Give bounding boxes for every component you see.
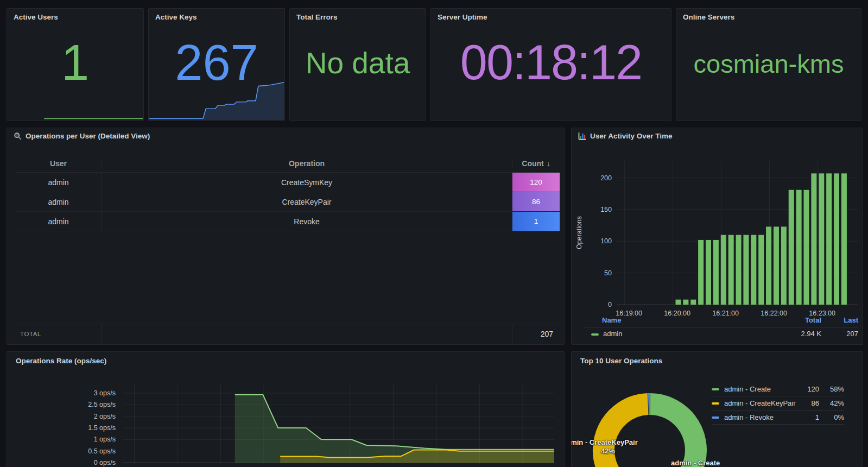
count-gradient-cell: 120 <box>512 173 560 192</box>
table-row: adminCreateKeyPair86 <box>16 192 560 212</box>
cell-operation: CreateSymKey <box>102 173 512 192</box>
panel-title-text: Operations per User (Detailed View) <box>26 132 150 140</box>
legend-header-name[interactable]: Name <box>602 316 621 324</box>
total-spacer <box>102 324 512 344</box>
svg-text:16:21:00: 16:21:00 <box>712 310 739 317</box>
panel-top-user-operations: Top 10 User Operations admin - CreateKey… <box>571 351 863 467</box>
svg-text:3 ops/s: 3 ops/s <box>94 389 116 397</box>
stat-value: 1 <box>7 37 143 87</box>
svg-text:16:22:00: 16:22:00 <box>761 310 787 317</box>
legend-series-value: 86 <box>797 399 819 407</box>
grafana-dashboard: Active Users1Active Keys267Total ErrorsN… <box>0 0 868 467</box>
legend-series-value: 1 <box>797 413 819 421</box>
top-operations-donut-chart <box>589 389 711 467</box>
total-label: TOTAL <box>16 324 102 344</box>
panel-title-text: Top 10 User Operations <box>580 357 662 365</box>
operations-table: User Operation Count ↓ adminCreateSymKey… <box>16 154 560 231</box>
svg-text:200: 200 <box>600 174 612 182</box>
donut-label-create: admin - Create <box>671 459 720 467</box>
table-total-row: TOTAL 207 <box>16 324 560 344</box>
count-gradient-cell: 86 <box>512 192 560 211</box>
svg-text:0 ops/s: 0 ops/s <box>94 459 116 466</box>
stat-panel-active-users: Active Users1 <box>7 8 144 121</box>
cell-user: admin <box>16 192 102 211</box>
cell-operation: Revoke <box>102 212 512 231</box>
cell-count: 120 <box>512 173 560 192</box>
legend-series-swatch <box>712 388 719 390</box>
stat-title[interactable]: Online Servers <box>683 13 734 21</box>
stat-panel-active-keys: Active Keys267 <box>148 8 285 121</box>
svg-text:1 ops/s: 1 ops/s <box>94 436 116 443</box>
legend-series-swatch <box>712 402 719 405</box>
legend-header-total[interactable]: Total <box>805 316 821 324</box>
count-gradient-cell: 1 <box>512 212 560 231</box>
legend-series-name[interactable]: admin - CreateKeyPair <box>724 399 797 407</box>
stat-row: Active Users1Active Keys267Total ErrorsN… <box>7 8 861 121</box>
donut-legend-row: admin - Revoke10% <box>712 411 844 425</box>
panel-title-text: User Activity Over Time <box>590 132 673 140</box>
stat-value: No data <box>290 48 426 78</box>
table-row: adminCreateSymKey120 <box>16 173 560 192</box>
svg-text:0.5 ops/s: 0.5 ops/s <box>88 447 116 455</box>
stat-title[interactable]: Server Uptime <box>438 13 487 21</box>
cell-count: 86 <box>512 192 560 211</box>
legend-series-percent: 58% <box>819 385 844 393</box>
svg-text:50: 50 <box>604 269 612 277</box>
stat-title[interactable]: Total Errors <box>296 13 338 21</box>
column-header-user[interactable]: User <box>16 159 102 168</box>
legend-series-total: 2.94 K <box>801 330 821 338</box>
panel-user-activity-header[interactable]: User Activity Over Time <box>578 132 673 140</box>
stat-panel-server-uptime: Server Uptime00:18:12 <box>430 8 671 121</box>
donut-legend: admin - Create12058%admin - CreateKeyPai… <box>712 382 844 425</box>
stat-value: 00:18:12 <box>431 38 671 87</box>
donut-label-createkeypair-pct: 42% <box>601 447 615 455</box>
panel-operations-per-user: Operations per User (Detailed View) User… <box>7 128 565 345</box>
stat-panel-online-servers: Online Serverscosmian-kms <box>676 8 861 121</box>
count-header-label: Count <box>522 159 543 168</box>
stat-panel-total-errors: Total ErrorsNo data <box>289 8 426 121</box>
cell-user: admin <box>16 212 102 231</box>
legend-series-percent: 42% <box>819 399 844 407</box>
svg-text:1.5 ops/s: 1.5 ops/s <box>88 424 116 432</box>
operations-rate-line-chart: 3 ops/s2.5 ops/s2 ops/s1.5 ops/s1 ops/s0… <box>7 352 564 467</box>
legend-series-name[interactable]: admin <box>603 330 622 338</box>
stat-sparkline <box>8 82 143 120</box>
column-header-operation[interactable]: Operation <box>102 159 512 168</box>
svg-text:100: 100 <box>600 237 612 245</box>
legend-series-last: 207 <box>846 330 858 338</box>
svg-text:Operations: Operations <box>575 216 583 249</box>
user-activity-bar-chart: 05010015020016:19:0016:20:0016:21:0016:2… <box>572 128 863 324</box>
legend-series-swatch <box>712 416 719 419</box>
svg-text:16:20:00: 16:20:00 <box>664 310 690 317</box>
stat-title[interactable]: Active Keys <box>155 13 197 21</box>
svg-text:2.5 ops/s: 2.5 ops/s <box>88 401 116 408</box>
donut-legend-row: admin - CreateKeyPair8642% <box>712 396 844 411</box>
donut-label-createkeypair: admin - CreateKeyPair <box>571 438 638 446</box>
stat-title[interactable]: Active Users <box>14 13 58 21</box>
cell-user: admin <box>16 173 102 192</box>
panel-operations-per-user-header[interactable]: Operations per User (Detailed View) <box>14 132 150 140</box>
panel-top-operations-header[interactable]: Top 10 User Operations <box>580 357 662 365</box>
bar-chart-icon <box>578 132 586 140</box>
sort-desc-icon: ↓ <box>547 159 550 168</box>
legend-divider <box>585 327 858 327</box>
total-value: 207 <box>512 324 560 344</box>
panel-user-activity: User Activity Over Time 05010015020016:1… <box>571 128 863 345</box>
column-header-count[interactable]: Count ↓ <box>512 159 560 168</box>
svg-text:2 ops/s: 2 ops/s <box>94 413 116 420</box>
cell-count: 1 <box>512 212 560 231</box>
table-row: adminRevoke1 <box>16 212 560 231</box>
table-body: adminCreateSymKey120adminCreateKeyPair86… <box>16 173 560 231</box>
legend-series-percent: 0% <box>819 413 844 421</box>
legend-series-name[interactable]: admin - Revoke <box>724 413 797 421</box>
search-icon <box>14 132 22 140</box>
legend-header-last[interactable]: Last <box>844 316 858 324</box>
legend-series-swatch <box>591 333 599 336</box>
table-header-row: User Operation Count ↓ <box>16 154 560 173</box>
svg-text:0: 0 <box>608 301 612 308</box>
stat-value: 267 <box>149 37 284 87</box>
legend-series-name[interactable]: admin - Create <box>724 385 797 393</box>
svg-text:150: 150 <box>600 206 612 213</box>
panel-operations-rate: Operations Rate (ops/sec) 3 ops/s2.5 ops… <box>7 351 565 467</box>
stat-value: cosmian-kms <box>676 51 861 77</box>
